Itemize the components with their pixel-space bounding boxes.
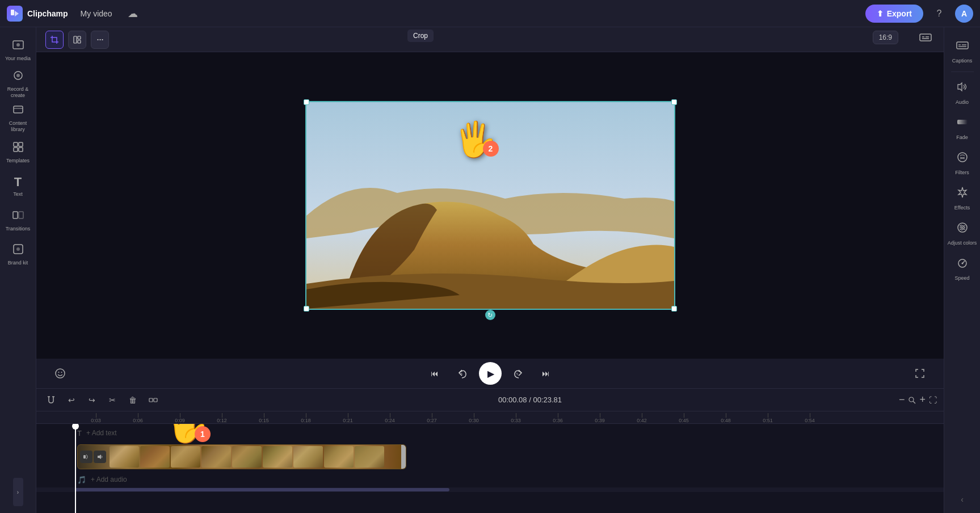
sidebar-item-templates[interactable]: Templates xyxy=(2,136,34,168)
svg-rect-6 xyxy=(14,106,23,113)
sidebar-item-content-library[interactable]: Content library xyxy=(2,102,34,134)
ruler-mark: 0:45 xyxy=(663,413,705,423)
clip-mute-button[interactable] xyxy=(80,451,92,463)
svg-point-48 xyxy=(961,228,962,230)
rewind-5s-button[interactable]: 5 xyxy=(452,363,472,384)
video-track: 🖐 1 xyxy=(36,442,944,472)
right-tool-fade[interactable]: Fade xyxy=(947,111,978,145)
ruler-tick xyxy=(432,413,432,418)
svg-point-5 xyxy=(16,74,20,77)
video-clip[interactable] xyxy=(77,444,406,469)
rotate-handle[interactable]: ↻ xyxy=(485,310,495,320)
ruler-mark: 0:48 xyxy=(705,413,747,423)
sidebar-item-your-media[interactable]: Your media xyxy=(2,34,34,66)
captions-right-btn[interactable] xyxy=(919,31,932,47)
right-tool-captions[interactable]: Captions xyxy=(947,34,978,68)
corner-handle-top-right[interactable] xyxy=(671,99,677,105)
adjust-colors-label: Adjust colors xyxy=(948,240,977,246)
fade-label: Fade xyxy=(956,134,968,141)
timeline-cut-button[interactable]: ✂ xyxy=(104,392,120,408)
timeline-playhead[interactable] xyxy=(75,424,76,513)
sidebar-expand-toggle[interactable]: › xyxy=(13,478,23,506)
ruler-mark: 0:36 xyxy=(537,413,579,423)
ruler-mark: 0:42 xyxy=(621,413,663,423)
timeline-scrollbar[interactable] xyxy=(36,487,944,492)
ruler-tick xyxy=(306,413,306,418)
timeline-redo-button[interactable]: ↪ xyxy=(84,392,100,408)
sidebar-item-brand-kit[interactable]: Brand kit xyxy=(2,238,34,270)
forward-5s-button[interactable]: 5 xyxy=(508,363,529,384)
timeline-split-button[interactable] xyxy=(145,392,161,408)
sidebar-item-record[interactable]: Record & create xyxy=(2,68,34,100)
timeline-delete-button[interactable]: 🗑 xyxy=(125,392,141,408)
audio-label: Audio xyxy=(956,99,969,106)
video-title[interactable]: My video xyxy=(75,7,118,20)
zoom-out-button[interactable]: − xyxy=(899,394,905,406)
ruler-mark: 0:06 xyxy=(117,413,159,423)
sidebar-label-content-library: Content library xyxy=(2,120,34,133)
export-button[interactable]: ⬆ Export xyxy=(865,5,923,23)
right-tool-effects[interactable]: Effects xyxy=(947,181,978,215)
corner-handle-bottom-left[interactable] xyxy=(304,306,309,312)
help-button[interactable]: ? xyxy=(930,5,948,23)
sidebar-item-transitions[interactable]: Transitions xyxy=(2,204,34,236)
more-options-button[interactable]: ··· xyxy=(91,31,109,49)
scrollbar-thumb[interactable] xyxy=(75,488,449,491)
video-controls: ⏮ 5 ▶ 5 xyxy=(36,359,944,388)
crop-tool-button[interactable] xyxy=(45,31,64,49)
speed-icon xyxy=(956,256,969,273)
clip-end-handle[interactable] xyxy=(401,445,406,469)
right-sidebar-collapse-button[interactable]: ‹ xyxy=(956,493,969,506)
skip-to-end-button[interactable]: ⏭ xyxy=(536,363,556,384)
svg-marker-1 xyxy=(15,11,19,16)
zoom-in-button[interactable]: + xyxy=(919,394,926,406)
right-tool-adjust-colors[interactable]: Adjust colors xyxy=(947,216,978,250)
svg-rect-0 xyxy=(11,10,14,15)
timeline-magnet-tool[interactable] xyxy=(43,392,59,408)
sidebar-label-templates: Templates xyxy=(6,158,30,164)
timeline-zoom-controls: − + ⛶ xyxy=(899,394,937,406)
video-container: ↻ 🖐 2 xyxy=(306,102,674,309)
controls-left xyxy=(50,363,70,384)
ruler-tick xyxy=(516,413,516,418)
right-tool-filters[interactable]: Filters xyxy=(947,146,978,180)
corner-handle-top-left[interactable] xyxy=(304,99,309,105)
ratio-selector[interactable]: 16:9 xyxy=(873,31,898,44)
clip-volume-button[interactable] xyxy=(94,451,106,463)
sticker-button[interactable] xyxy=(50,363,70,384)
svg-rect-17 xyxy=(78,36,81,39)
ruler-mark: 0:12 xyxy=(201,413,243,423)
timeline-undo-button[interactable]: ↩ xyxy=(64,392,79,408)
right-tool-speed[interactable]: Speed xyxy=(947,251,978,285)
sidebar-item-text[interactable]: T Text xyxy=(2,170,34,202)
ratio-label[interactable]: 16:9 xyxy=(873,31,898,44)
ruler-mark: 0:03 xyxy=(75,413,117,423)
audio-track[interactable]: 🎵 + Add audio xyxy=(36,472,944,487)
svg-rect-11 xyxy=(19,148,23,152)
svg-rect-36 xyxy=(957,42,968,49)
transitions-icon xyxy=(12,209,24,224)
sidebar-label-record: Record & create xyxy=(2,86,34,99)
ruler-mark: 0:21 xyxy=(327,413,369,423)
timeline-expand-button[interactable]: ⛶ xyxy=(929,396,937,405)
zoom-icon xyxy=(908,396,916,404)
text-track[interactable]: T + Add text xyxy=(36,424,944,442)
filters-icon xyxy=(956,150,969,167)
svg-point-46 xyxy=(960,225,962,226)
layout-tool-button[interactable] xyxy=(68,31,86,49)
fullscreen-button[interactable] xyxy=(910,363,930,384)
save-to-cloud-icon[interactable]: ☁ xyxy=(125,6,141,22)
play-pause-button[interactable]: ▶ xyxy=(479,362,502,385)
video-preview-area: ↻ 🖐 2 xyxy=(36,52,944,359)
svg-rect-12 xyxy=(13,212,18,218)
brand-kit-icon xyxy=(12,243,24,258)
skip-to-start-button[interactable]: ⏮ xyxy=(424,363,445,384)
svg-point-47 xyxy=(962,226,964,228)
app-name: Clipchamp xyxy=(27,9,68,18)
thumbnail-2 xyxy=(140,446,170,468)
topbar: Clipchamp My video ☁ ⬆ Export ? A xyxy=(0,0,980,27)
right-tool-audio[interactable]: Audio xyxy=(947,75,978,110)
corner-handle-bottom-right[interactable] xyxy=(671,306,677,312)
fade-icon xyxy=(956,115,969,132)
user-avatar[interactable]: A xyxy=(955,5,973,23)
